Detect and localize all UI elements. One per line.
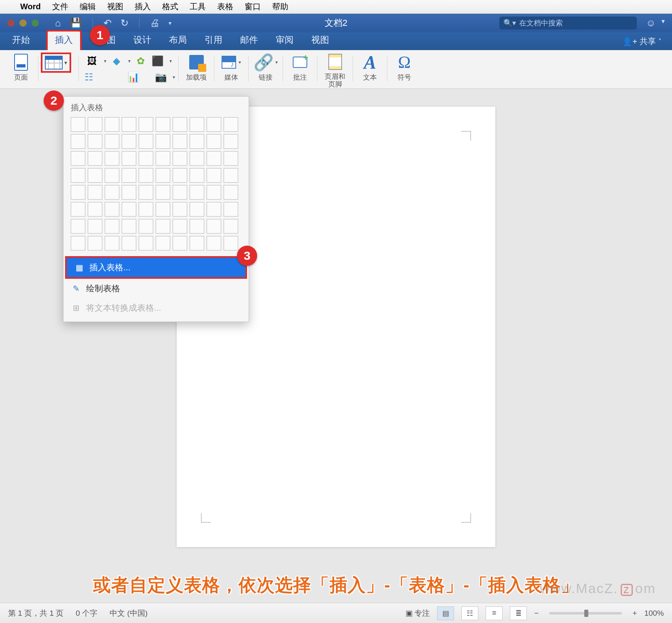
tab-design[interactable]: 设计: [132, 32, 153, 50]
zoom-in-button[interactable]: +: [632, 609, 637, 618]
grid-cell[interactable]: [156, 168, 170, 183]
grid-cell[interactable]: [173, 236, 187, 250]
grid-cell[interactable]: [71, 117, 85, 132]
table-button[interactable]: ▾: [41, 53, 71, 73]
menubar-tools[interactable]: 工具: [190, 1, 206, 12]
grid-cell[interactable]: [190, 202, 204, 217]
smartart-icon[interactable]: ☷: [82, 70, 96, 84]
group-text[interactable]: A 文本: [353, 53, 387, 88]
grid-cell[interactable]: [139, 168, 153, 183]
grid-cell[interactable]: [88, 134, 102, 149]
print-icon[interactable]: 🖨: [150, 17, 160, 29]
menubar-window[interactable]: 窗口: [245, 1, 261, 12]
grid-cell[interactable]: [190, 134, 204, 149]
grid-cell[interactable]: [207, 134, 221, 149]
grid-cell[interactable]: [71, 219, 85, 234]
grid-cell[interactable]: [156, 219, 170, 234]
grid-cell[interactable]: [190, 236, 204, 250]
grid-cell[interactable]: [173, 151, 187, 166]
insert-table-menuitem[interactable]: ▦ 插入表格...: [65, 256, 247, 279]
table-size-grid[interactable]: [63, 117, 249, 256]
grid-cell[interactable]: [88, 168, 102, 183]
grid-cell[interactable]: [190, 117, 204, 132]
group-page[interactable]: 页面: [4, 53, 38, 88]
tab-view[interactable]: 视图: [310, 32, 331, 50]
grid-cell[interactable]: [173, 219, 187, 234]
grid-cell[interactable]: [207, 219, 221, 234]
shapes-icon[interactable]: ◆: [110, 54, 123, 68]
grid-cell[interactable]: [105, 185, 119, 200]
print-layout-view-button[interactable]: ▤: [437, 606, 454, 620]
menubar-edit[interactable]: 编辑: [80, 1, 96, 12]
grid-cell[interactable]: [173, 134, 187, 149]
zoom-slider[interactable]: [549, 612, 622, 615]
redo-icon[interactable]: ↻: [120, 17, 129, 29]
home-icon[interactable]: ⌂: [55, 17, 61, 29]
grid-cell[interactable]: [207, 117, 221, 132]
tab-home[interactable]: 开始: [11, 32, 32, 50]
web-layout-view-button[interactable]: ☷: [461, 606, 478, 620]
group-symbol[interactable]: Ω 符号: [387, 53, 421, 88]
grid-cell[interactable]: [139, 236, 153, 250]
grid-cell[interactable]: [156, 236, 170, 250]
chart-icon[interactable]: 📊: [127, 70, 140, 84]
grid-cell[interactable]: [122, 168, 136, 183]
grid-cell[interactable]: [190, 219, 204, 234]
menubar-file[interactable]: 文件: [52, 1, 68, 12]
grid-cell[interactable]: [156, 117, 170, 132]
group-comment[interactable]: 批注: [283, 53, 317, 88]
grid-cell[interactable]: [207, 168, 221, 183]
grid-cell[interactable]: [207, 151, 221, 166]
zoom-out-button[interactable]: −: [534, 609, 539, 618]
draft-view-button[interactable]: ≣: [510, 606, 527, 620]
grid-cell[interactable]: [173, 185, 187, 200]
grid-cell[interactable]: [122, 185, 136, 200]
grid-cell[interactable]: [207, 202, 221, 217]
grid-cell[interactable]: [224, 134, 238, 149]
grid-cell[interactable]: [71, 185, 85, 200]
grid-cell[interactable]: [207, 236, 221, 250]
group-links[interactable]: 🔗▾ 链接: [249, 53, 283, 88]
grid-cell[interactable]: [105, 202, 119, 217]
tab-insert[interactable]: 插入: [46, 30, 82, 50]
zoom-percent[interactable]: 100%: [644, 609, 664, 618]
grid-cell[interactable]: [122, 219, 136, 234]
grid-cell[interactable]: [88, 185, 102, 200]
grid-cell[interactable]: [105, 168, 119, 183]
grid-cell[interactable]: [139, 151, 153, 166]
icons-icon[interactable]: ✿: [134, 54, 148, 68]
status-page-info[interactable]: 第 1 页，共 1 页: [8, 608, 63, 619]
grid-cell[interactable]: [224, 236, 238, 250]
zoom-window-button[interactable]: [32, 19, 39, 27]
draw-table-menuitem[interactable]: ✎ 绘制表格: [63, 279, 249, 298]
grid-cell[interactable]: [122, 117, 136, 132]
grid-cell[interactable]: [139, 117, 153, 132]
grid-cell[interactable]: [139, 202, 153, 217]
grid-cell[interactable]: [190, 168, 204, 183]
tab-layout[interactable]: 布局: [167, 32, 188, 50]
grid-cell[interactable]: [105, 134, 119, 149]
grid-cell[interactable]: [71, 168, 85, 183]
grid-cell[interactable]: [88, 151, 102, 166]
pictures-icon[interactable]: 🖼: [85, 54, 99, 68]
grid-cell[interactable]: [105, 236, 119, 250]
grid-cell[interactable]: [156, 134, 170, 149]
grid-cell[interactable]: [71, 151, 85, 166]
status-language[interactable]: 中文 (中国): [110, 608, 148, 619]
grid-cell[interactable]: [105, 151, 119, 166]
search-field[interactable]: 🔍▾ 在文档中搜索: [499, 17, 637, 29]
grid-cell[interactable]: [224, 185, 238, 200]
grid-cell[interactable]: [224, 151, 238, 166]
menubar-help[interactable]: 帮助: [272, 1, 288, 12]
tab-references[interactable]: 引用: [203, 32, 224, 50]
grid-cell[interactable]: [71, 134, 85, 149]
grid-cell[interactable]: [190, 185, 204, 200]
grid-cell[interactable]: [105, 219, 119, 234]
grid-cell[interactable]: [88, 236, 102, 250]
grid-cell[interactable]: [88, 202, 102, 217]
menubar-insert[interactable]: 插入: [135, 1, 151, 12]
menubar-table[interactable]: 表格: [217, 1, 233, 12]
grid-cell[interactable]: [156, 202, 170, 217]
group-media[interactable]: ▾ 媒体: [214, 53, 248, 88]
grid-cell[interactable]: [88, 219, 102, 234]
